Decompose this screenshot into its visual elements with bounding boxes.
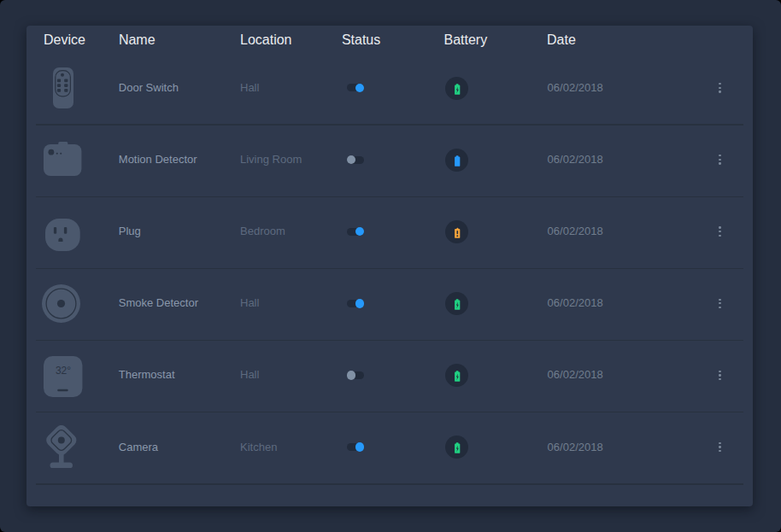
- svg-text:32°: 32°: [56, 365, 71, 377]
